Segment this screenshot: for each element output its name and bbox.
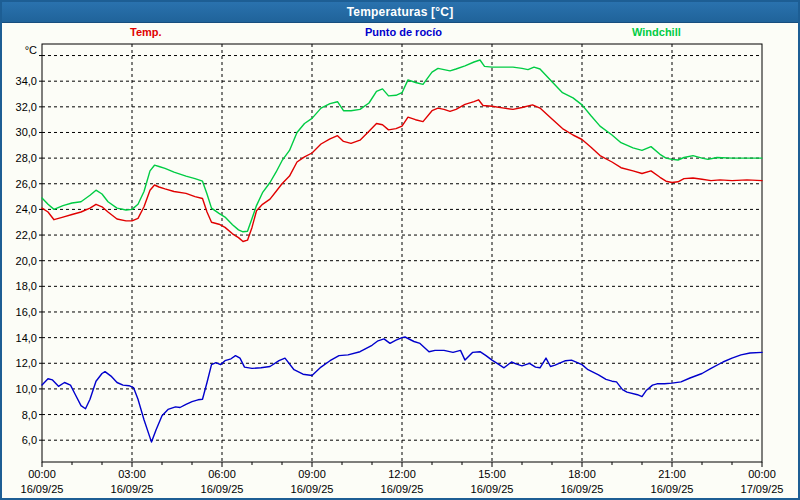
x-tick-time: 21:00	[658, 468, 686, 480]
y-tick-label: 8,0	[22, 409, 37, 421]
x-tick-time: 12:00	[388, 468, 416, 480]
y-tick-label: 12,0	[16, 357, 37, 369]
y-tick-label: 30,0	[16, 126, 37, 138]
x-tick-date: 16/09/25	[561, 483, 604, 495]
axes	[39, 44, 762, 467]
y-tick-label: 16,0	[16, 306, 37, 318]
x-tick-time: 09:00	[298, 468, 326, 480]
y-axis-unit: °C	[25, 44, 37, 56]
x-tick-time: 00:00	[748, 468, 776, 480]
x-tick-date: 16/09/25	[111, 483, 154, 495]
y-tick-label: 28,0	[16, 152, 37, 164]
x-tick-time: 03:00	[118, 468, 146, 480]
x-tick-time: 00:00	[28, 468, 56, 480]
x-tick-date: 16/09/25	[651, 483, 694, 495]
temperature-chart: 34,032,030,028,026,024,022,020,018,016,0…	[2, 2, 800, 500]
y-tick-label: 26,0	[16, 178, 37, 190]
x-tick-date: 16/09/25	[291, 483, 334, 495]
x-tick-date: 17/09/25	[741, 483, 784, 495]
y-tick-label: 10,0	[16, 383, 37, 395]
x-tick-date: 16/09/25	[201, 483, 244, 495]
x-tick-time: 18:00	[568, 468, 596, 480]
gridlines	[42, 44, 762, 462]
y-tick-label: 34,0	[16, 75, 37, 87]
y-tick-label: 32,0	[16, 101, 37, 113]
y-tick-label: 18,0	[16, 280, 37, 292]
x-tick-date: 16/09/25	[21, 483, 64, 495]
x-tick-date: 16/09/25	[471, 483, 514, 495]
x-tick-date: 16/09/25	[381, 483, 424, 495]
x-tick-time: 15:00	[478, 468, 506, 480]
y-tick-label: 24,0	[16, 203, 37, 215]
axis-labels: 34,032,030,028,026,024,022,020,018,016,0…	[16, 44, 784, 495]
x-tick-time: 06:00	[208, 468, 236, 480]
y-tick-label: 6,0	[22, 434, 37, 446]
y-tick-label: 14,0	[16, 332, 37, 344]
y-tick-label: 22,0	[16, 229, 37, 241]
app-window: Temperaturas [°C] Temp. Punto de rocío W…	[0, 0, 800, 500]
y-tick-label: 20,0	[16, 255, 37, 267]
